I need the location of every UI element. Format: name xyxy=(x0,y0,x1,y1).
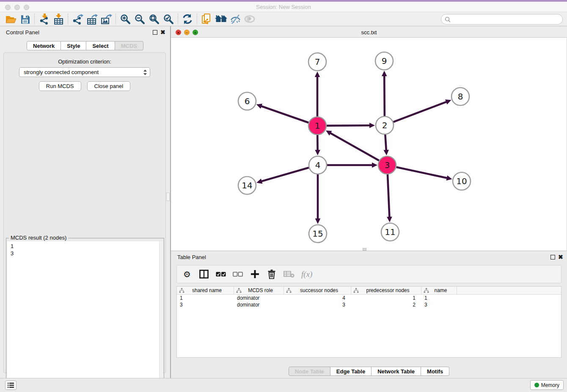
zoom-selected-icon xyxy=(163,14,174,25)
chevron-up-down-icon xyxy=(143,69,148,76)
column-header-successor-nodes[interactable]: successor nodes xyxy=(284,287,351,294)
cell-predecessor-nodes[interactable]: 2 xyxy=(351,301,421,308)
hide-selected-button[interactable] xyxy=(228,13,242,25)
criterion-dropdown[interactable]: strongly connected component xyxy=(19,67,150,77)
plus-icon xyxy=(250,270,259,279)
float-table-panel-icon[interactable] xyxy=(550,255,555,259)
cell-name[interactable]: 3 xyxy=(421,301,457,308)
zoom-in-button[interactable] xyxy=(118,13,132,25)
tab-motifs[interactable]: Motifs xyxy=(421,367,449,376)
tab-style[interactable]: Style xyxy=(61,41,86,50)
delete-column-button[interactable] xyxy=(267,268,277,281)
column-header-shared-name[interactable]: shared name xyxy=(177,287,234,294)
column-header-name[interactable]: name xyxy=(421,287,457,294)
toggle-panel-mode-button[interactable] xyxy=(199,268,209,281)
tab-mcds[interactable]: MCDS xyxy=(115,41,143,50)
cell-successor-nodes[interactable]: 3 xyxy=(284,301,351,308)
table-settings-button[interactable]: ⚙ xyxy=(182,268,192,281)
edge-arrow-3-11 xyxy=(387,217,392,222)
eye-icon xyxy=(244,14,256,24)
edge-1-6[interactable] xyxy=(261,106,308,123)
app-title: Session: New Session xyxy=(0,4,567,10)
tab-network[interactable]: Network xyxy=(27,41,61,50)
zoom-out-button[interactable] xyxy=(132,13,147,25)
tab-network-table[interactable]: Network Table xyxy=(372,367,421,376)
clone-network-button[interactable] xyxy=(199,13,214,25)
network-window-titlebar: ✕ − + scc.txt xyxy=(171,28,567,38)
tab-node-table[interactable]: Node Table xyxy=(289,367,330,376)
cell-shared-name[interactable]: 3 xyxy=(177,301,234,308)
function-builder-button[interactable]: f(x) xyxy=(301,268,312,281)
network-graph[interactable]: 7968124314101511 xyxy=(171,38,567,251)
zoom-selected-button[interactable] xyxy=(161,13,176,25)
edge-3-10[interactable] xyxy=(396,167,448,178)
edge-arrow-1-2 xyxy=(369,123,375,128)
control-panel-header: Control Panel ✖ xyxy=(0,29,170,37)
columns-icon xyxy=(199,270,209,279)
cell-MCDS-role[interactable]: dominator xyxy=(234,301,284,308)
memory-label: Memory xyxy=(541,382,559,388)
export-image-icon xyxy=(100,14,112,25)
cell-name[interactable]: 1 xyxy=(421,295,457,301)
control-panel-title: Control Panel xyxy=(6,29,39,36)
mcds-result-text[interactable]: 1 3 xyxy=(7,241,163,392)
edge-arrow-4-14 xyxy=(256,179,262,184)
delete-table-button[interactable] xyxy=(284,268,295,281)
app-titlebar: Session: New Session xyxy=(0,2,567,12)
table-row-1[interactable]: 1dominator411 xyxy=(177,295,561,301)
open-session-button[interactable] xyxy=(3,13,18,25)
select-all-button[interactable] xyxy=(216,268,226,281)
task-history-button[interactable] xyxy=(5,381,17,390)
tab-edge-table[interactable]: Edge Table xyxy=(330,367,372,376)
memory-button[interactable]: Memory xyxy=(530,380,564,390)
search-input[interactable] xyxy=(451,16,559,23)
canvas-resize-grip[interactable] xyxy=(363,248,366,251)
zoom-in-icon xyxy=(120,14,131,25)
export-network-button[interactable] xyxy=(70,13,85,25)
cell-shared-name[interactable]: 1 xyxy=(177,295,234,301)
close-panel-icon[interactable]: ✖ xyxy=(160,29,165,36)
import-network-icon xyxy=(39,14,50,25)
create-column-button[interactable] xyxy=(250,268,260,281)
result-scrollbar[interactable] xyxy=(159,241,163,392)
edge-1-2[interactable] xyxy=(327,125,370,126)
apply-layout-button[interactable] xyxy=(180,13,195,25)
table-row-2[interactable]: 3dominator323 xyxy=(177,301,561,308)
import-network-button[interactable] xyxy=(37,13,51,25)
network-canvas[interactable]: 7968124314101511 xyxy=(171,38,567,251)
edge-3-1[interactable] xyxy=(330,133,379,161)
toolbar-separator xyxy=(34,14,35,25)
search-field[interactable] xyxy=(441,14,563,25)
zoom-fit-button[interactable] xyxy=(147,13,161,25)
close-panel-button[interactable]: Close panel xyxy=(87,81,131,91)
search-icon xyxy=(445,17,451,22)
column-header-predecessor-nodes[interactable]: predecessor nodes xyxy=(351,287,421,294)
cell-MCDS-role[interactable]: dominator xyxy=(234,295,284,301)
deselect-all-button[interactable] xyxy=(233,268,243,281)
export-network-icon xyxy=(72,14,83,25)
export-table-button[interactable] xyxy=(85,13,99,25)
edge-4-14[interactable] xyxy=(261,168,309,182)
edge-3-11[interactable] xyxy=(388,174,390,218)
edge-2-8[interactable] xyxy=(394,102,447,122)
run-mcds-button[interactable]: Run MCDS xyxy=(39,81,81,91)
list-icon xyxy=(7,382,14,388)
cell-predecessor-nodes[interactable]: 1 xyxy=(351,295,421,301)
toolbar-separator xyxy=(178,14,178,25)
edge-2-9[interactable] xyxy=(384,75,385,116)
panel-splitter-handle[interactable] xyxy=(166,193,170,201)
close-table-panel-icon[interactable]: ✖ xyxy=(558,254,563,260)
first-neighbors-button[interactable] xyxy=(214,13,228,25)
float-panel-icon[interactable] xyxy=(153,30,157,35)
node-label-4: 4 xyxy=(315,160,321,170)
tab-select[interactable]: Select xyxy=(86,41,115,50)
column-header-MCDS-role[interactable]: MCDS role xyxy=(234,287,284,294)
show-all-button[interactable] xyxy=(242,13,257,25)
edge-2-3[interactable] xyxy=(385,135,386,151)
save-session-button[interactable] xyxy=(18,13,32,25)
import-table-button[interactable] xyxy=(51,13,66,25)
toolbar-separator xyxy=(116,14,116,25)
export-image-button[interactable] xyxy=(99,13,113,25)
cell-successor-nodes[interactable]: 4 xyxy=(284,295,351,301)
mcds-panel: Optimization criterion: strongly connect… xyxy=(3,52,166,373)
